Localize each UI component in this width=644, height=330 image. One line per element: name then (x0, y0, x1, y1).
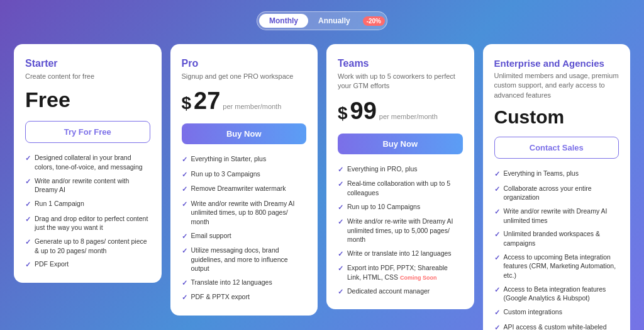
check-icon: ✓ (338, 287, 343, 297)
list-item: ✓Unlimited branded workspaces & campaign… (494, 229, 619, 248)
list-item: ✓Access to Beta integration features (Go… (494, 285, 619, 303)
pro-price-symbol: $ (182, 93, 192, 113)
check-icon: ✓ (338, 203, 343, 212)
starter-card: Starter Create content for free Free Try… (14, 44, 162, 283)
check-icon: ✓ (494, 308, 500, 317)
coming-soon-badge: Coming Soon (400, 275, 437, 281)
enterprise-subtitle: Unlimited members and usage, premium cus… (494, 71, 619, 100)
enterprise-features: ✓Everything in Teams, plus ✓Collaborate … (494, 169, 619, 330)
check-icon: ✓ (25, 200, 31, 209)
pro-subtitle: Signup and get one PRO workspace (182, 72, 307, 81)
enterprise-card: Enterprise and Agencies Unlimited member… (483, 44, 631, 330)
list-item: ✓Everything in Starter, plus (182, 154, 307, 164)
annually-toggle[interactable]: Annually (308, 14, 360, 28)
starter-title: Starter (25, 58, 150, 69)
pro-price-row: $ 27 per member/month (182, 88, 307, 115)
teams-price-symbol: $ (338, 103, 348, 123)
teams-cta-button[interactable]: Buy Now (338, 134, 463, 154)
list-item: ✓Dedicated account manager (338, 287, 463, 297)
teams-price-row: $ 99 per member/month (338, 98, 463, 125)
teams-features: ✓Everything in PRO, plus ✓Real-time coll… (338, 164, 463, 297)
billing-toggle[interactable]: Monthly Annually -20% (257, 11, 387, 30)
pro-price-amount: 27 (194, 88, 220, 115)
teams-card: Teams Work with up to 5 coworkers to per… (326, 44, 474, 309)
pro-features: ✓Everything in Starter, plus ✓Run up to … (182, 154, 307, 302)
check-icon: ✓ (338, 165, 343, 174)
list-item: ✓Designed collateral in your brand color… (25, 153, 150, 171)
list-item: ✓Remove Dreamwriter watermark (182, 184, 307, 194)
list-item: ✓Write and/or re-write with Dreamy AI un… (338, 217, 463, 244)
list-item: ✓Write and/or rewrite with Dreamy AI unl… (494, 207, 619, 225)
list-item: ✓PDF Export (25, 259, 150, 270)
check-icon: ✓ (25, 154, 31, 163)
plans-container: Starter Create content for free Free Try… (14, 44, 630, 330)
teams-price-amount: 99 (350, 98, 377, 125)
check-icon: ✓ (494, 253, 500, 263)
list-item: ✓Everything in PRO, plus (338, 164, 463, 174)
teams-title: Teams (338, 58, 463, 69)
check-icon: ✓ (182, 293, 187, 302)
starter-features: ✓Designed collateral in your brand color… (25, 153, 150, 270)
pro-title: Pro (182, 58, 307, 69)
check-icon: ✓ (494, 285, 500, 295)
check-icon: ✓ (25, 237, 31, 247)
list-item: ✓Everything in Teams, plus (494, 169, 619, 179)
list-item: ✓Custom integrations (494, 307, 619, 317)
list-item: ✓Collaborate across your entire organiza… (494, 184, 619, 202)
list-item: ✓Real-time collaboration with up to 5 co… (338, 179, 463, 197)
list-item: ✓Run up to 10 Campaigns (338, 202, 463, 212)
check-icon: ✓ (338, 264, 343, 273)
check-icon: ✓ (494, 169, 500, 179)
pro-cta-button[interactable]: Buy Now (182, 123, 307, 144)
check-icon: ✓ (182, 185, 187, 194)
list-item: ✓Run up to 3 Campaigns (182, 169, 307, 179)
check-icon: ✓ (182, 155, 187, 164)
check-icon: ✓ (182, 232, 187, 241)
check-icon: ✓ (182, 278, 187, 288)
list-item: ✓Write and/or rewrite with Dreamy AI unl… (182, 199, 307, 227)
list-item: ✓Run 1 Campaign (25, 199, 150, 209)
check-icon: ✓ (182, 170, 187, 179)
list-item: ✓Utilize messaging docs, brand guideline… (182, 246, 307, 273)
check-icon: ✓ (494, 230, 500, 239)
list-item: ✓PDF & PPTX export (182, 292, 307, 302)
check-icon: ✓ (494, 185, 500, 194)
enterprise-cta-button[interactable]: Contact Sales (494, 137, 619, 159)
list-item: ✓Export into PDF, PPTX; Shareable Link, … (338, 263, 463, 282)
discount-badge: -20% (363, 16, 385, 26)
list-item: ✓Drag and drop editor to perfect content… (25, 214, 150, 232)
list-item: ✓Access to upcoming Beta integration fea… (494, 253, 619, 280)
starter-subtitle: Create content for free (25, 72, 150, 81)
pro-card: Pro Signup and get one PRO workspace $ 2… (170, 44, 318, 316)
check-icon: ✓ (182, 246, 187, 256)
pro-price-period: per member/month (223, 103, 281, 110)
starter-cta-button[interactable]: Try For Free (25, 121, 150, 143)
list-item: ✓Email support (182, 231, 307, 241)
list-item: ✓Write and/or rewrite content with Dream… (25, 176, 150, 195)
list-item: ✓API access & custom white-labeled solut… (494, 322, 619, 330)
teams-price-period: per member/month (379, 113, 438, 120)
check-icon: ✓ (338, 217, 343, 227)
check-icon: ✓ (25, 215, 31, 224)
list-item: ✓Write or translate into 12 languages (338, 249, 463, 259)
check-icon: ✓ (25, 260, 31, 270)
check-icon: ✓ (494, 323, 500, 330)
check-icon: ✓ (182, 200, 187, 209)
check-icon: ✓ (25, 177, 31, 186)
list-item: ✓Translate into 12 languages (182, 278, 307, 288)
check-icon: ✓ (338, 179, 343, 189)
starter-price: Free (25, 88, 150, 112)
monthly-toggle[interactable]: Monthly (259, 14, 308, 28)
list-item: ✓Generate up to 8 pages/ content piece &… (25, 237, 150, 255)
check-icon: ✓ (338, 249, 343, 259)
teams-subtitle: Work with up to 5 coworkers to perfect y… (338, 72, 463, 91)
enterprise-title: Enterprise and Agencies (494, 58, 619, 69)
check-icon: ✓ (494, 207, 500, 217)
enterprise-price: Custom (494, 106, 619, 128)
